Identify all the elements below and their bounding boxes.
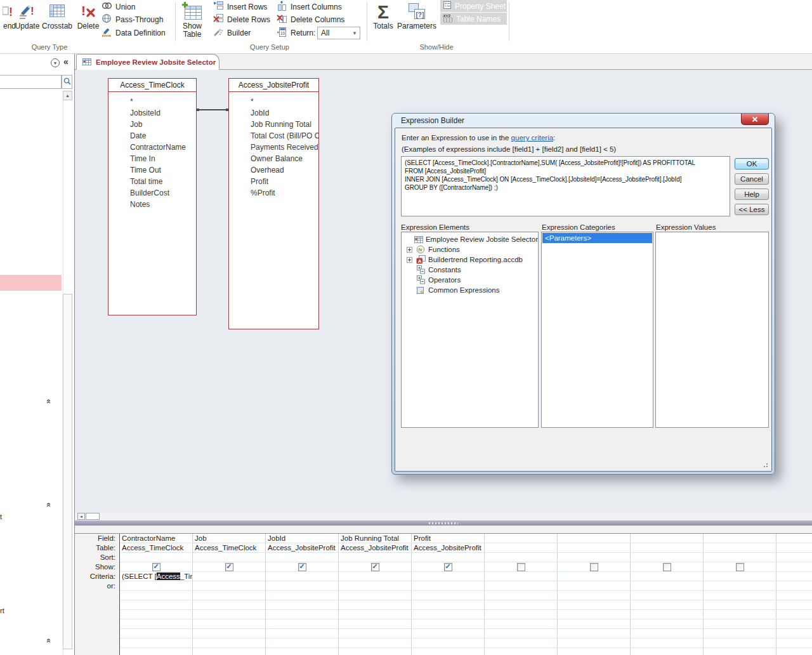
nav-item-partial[interactable]: t bbox=[0, 513, 2, 520]
show-checkbox-unchecked[interactable] bbox=[517, 563, 525, 571]
grid-cell-sort[interactable] bbox=[120, 553, 193, 562]
grid-cell[interactable] bbox=[412, 619, 485, 628]
grid-cell[interactable] bbox=[776, 534, 812, 543]
grid-cell[interactable] bbox=[776, 572, 812, 581]
grid-cell[interactable] bbox=[339, 619, 412, 628]
tab-employee-review-jobsite-selector[interactable]: Employee Review Jobsite Selector bbox=[76, 54, 219, 70]
grid-cell[interactable] bbox=[776, 553, 812, 562]
grid-cell[interactable] bbox=[266, 600, 339, 609]
crosstab-button[interactable]: Crosstab bbox=[42, 0, 72, 42]
grid-cell[interactable] bbox=[704, 610, 776, 619]
grid-cell[interactable] bbox=[266, 619, 339, 628]
grid-cell[interactable] bbox=[339, 600, 412, 609]
grid-cell-or[interactable] bbox=[339, 581, 412, 590]
grid-cell[interactable] bbox=[412, 638, 485, 647]
group-collapse-icon[interactable]: » bbox=[43, 503, 53, 507]
grid-cell[interactable] bbox=[704, 619, 776, 628]
grid-cell-table[interactable]: Access_JobsiteProfit bbox=[412, 543, 485, 552]
field-item[interactable]: BuilderCost bbox=[130, 187, 196, 199]
field-item[interactable]: Job bbox=[130, 119, 196, 130]
nav-pane-menu-button[interactable]: ▾ bbox=[51, 58, 60, 67]
grid-cell[interactable] bbox=[631, 553, 704, 562]
grid-cell[interactable] bbox=[631, 638, 704, 647]
field-item[interactable]: Job Running Total bbox=[251, 119, 318, 130]
union-button[interactable]: Union bbox=[102, 1, 135, 13]
tree-item-constants[interactable]: Constants bbox=[402, 265, 538, 275]
grid-cell[interactable] bbox=[776, 619, 812, 628]
field-item[interactable]: Time Out bbox=[130, 164, 196, 176]
show-checkbox-checked[interactable]: ✓ bbox=[371, 563, 379, 571]
scrollbar-thumb[interactable] bbox=[86, 513, 100, 520]
grid-cell-table[interactable]: Access_TimeClock bbox=[120, 543, 193, 552]
builder-button[interactable]: Builder bbox=[213, 27, 251, 39]
property-sheet-button[interactable]: Property Sheet bbox=[440, 0, 507, 12]
grid-cell[interactable] bbox=[631, 619, 704, 628]
grid-cell[interactable] bbox=[485, 591, 558, 600]
grid-cell[interactable] bbox=[193, 638, 266, 647]
query-criteria-link[interactable]: query criteria bbox=[511, 134, 553, 142]
group-collapse-icon[interactable]: » bbox=[43, 638, 53, 643]
field-item[interactable]: Payments Received bbox=[251, 142, 318, 153]
dialog-title[interactable]: Expression Builder bbox=[401, 116, 464, 125]
grid-cell[interactable] bbox=[412, 648, 485, 655]
grid-cell[interactable] bbox=[485, 619, 558, 628]
field-item[interactable]: JobsiteId bbox=[130, 107, 196, 119]
design-horizontal-scrollbar[interactable]: ◄ bbox=[75, 512, 812, 520]
grid-cell[interactable] bbox=[558, 600, 631, 609]
show-checkbox-unchecked[interactable] bbox=[663, 563, 671, 571]
grid-cell-field[interactable]: Job bbox=[193, 534, 266, 543]
pane-splitter[interactable] bbox=[75, 520, 812, 526]
category-item-selected[interactable]: <Parameters> bbox=[542, 233, 652, 243]
grid-cell[interactable] bbox=[558, 610, 631, 619]
show-checkbox-unchecked[interactable] bbox=[736, 563, 744, 571]
grid-cell-sort[interactable] bbox=[193, 553, 266, 562]
totals-button[interactable]: Σ Totals bbox=[370, 0, 396, 42]
close-button[interactable] bbox=[741, 114, 769, 125]
expand-plus-icon[interactable] bbox=[407, 257, 412, 263]
grid-cell-field[interactable]: Profit bbox=[412, 534, 485, 543]
grid-cell[interactable] bbox=[558, 581, 631, 590]
field-item[interactable]: Profit bbox=[251, 176, 318, 187]
tree-item-common-expressions[interactable]: ★ Common Expressions bbox=[402, 285, 538, 295]
field-item[interactable]: JobId bbox=[251, 107, 318, 119]
grid-cell[interactable] bbox=[704, 572, 776, 581]
grid-cell[interactable] bbox=[193, 600, 266, 609]
field-item[interactable]: Date bbox=[130, 130, 196, 142]
grid-cell[interactable] bbox=[412, 600, 485, 609]
grid-cell[interactable] bbox=[558, 629, 631, 638]
grid-cell[interactable] bbox=[704, 553, 776, 562]
grid-cell[interactable] bbox=[631, 600, 704, 609]
field-item[interactable]: Overhead bbox=[251, 164, 318, 176]
grid-cell[interactable] bbox=[485, 581, 558, 590]
field-item[interactable]: Notes bbox=[130, 199, 196, 210]
nav-selected-item[interactable] bbox=[0, 275, 62, 291]
grid-cell-field[interactable]: Job Running Total bbox=[339, 534, 412, 543]
grid-cell-sort[interactable] bbox=[266, 553, 339, 562]
grid-cell[interactable] bbox=[631, 543, 704, 552]
field-item[interactable]: * bbox=[251, 96, 318, 107]
grid-cell-table[interactable]: Access_TimeClock bbox=[193, 543, 266, 552]
field-item[interactable]: Owner Balance bbox=[251, 153, 318, 164]
grid-cell[interactable] bbox=[704, 648, 776, 655]
grid-cell[interactable] bbox=[120, 610, 193, 619]
resize-grip[interactable] bbox=[761, 460, 768, 468]
grid-cell-criteria[interactable] bbox=[193, 572, 266, 581]
scroll-left-button[interactable]: ◄ bbox=[77, 513, 85, 520]
tree-item-database[interactable]: A Buildertrend Reporting.accdb bbox=[402, 255, 538, 265]
table-names-button[interactable]: XYZ Table Names bbox=[440, 13, 507, 25]
grid-cell[interactable] bbox=[558, 638, 631, 647]
grid-cell[interactable] bbox=[704, 581, 776, 590]
grid-cell[interactable] bbox=[485, 648, 558, 655]
grid-cell[interactable] bbox=[704, 600, 776, 609]
grid-cell-sort[interactable] bbox=[339, 553, 412, 562]
grid-cell[interactable] bbox=[776, 562, 812, 571]
grid-cell[interactable] bbox=[631, 648, 704, 655]
grid-cell-table[interactable]: Access_JobsiteProfit bbox=[339, 543, 412, 552]
grid-cell-criteria[interactable] bbox=[266, 572, 339, 581]
grid-cell[interactable] bbox=[631, 572, 704, 581]
grid-cell-or[interactable] bbox=[193, 581, 266, 590]
field-item[interactable]: * bbox=[130, 96, 196, 107]
field-list-title[interactable]: Access_JobsiteProfit bbox=[229, 79, 318, 92]
grid-cell[interactable] bbox=[776, 610, 812, 619]
grid-cell-criteria[interactable] bbox=[339, 572, 412, 581]
